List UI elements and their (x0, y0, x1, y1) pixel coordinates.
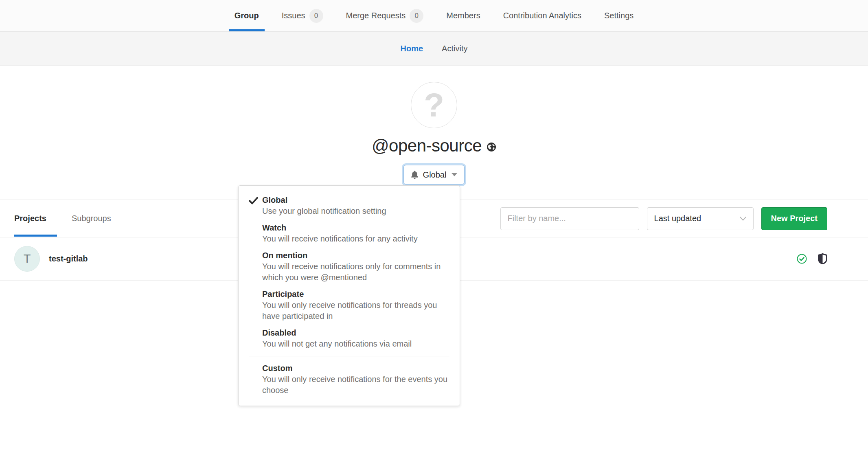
menu-item-disabled-desc: You will not get any notifications via e… (262, 338, 449, 349)
menu-item-on-mention[interactable]: On mention You will receive notification… (239, 247, 460, 286)
check-icon (249, 197, 258, 204)
menu-item-watch[interactable]: Watch You will receive notifications for… (239, 220, 460, 247)
menu-item-on-mention-label: On mention (262, 250, 449, 261)
group-tab-bar-inner: Group Issues 0 Merge Requests 0 Members … (0, 0, 868, 31)
project-name-link[interactable]: test-gitlab (49, 254, 88, 263)
projects-subgroups-tabs: Projects Subgroups (14, 200, 136, 237)
merge-requests-count-badge: 0 (410, 9, 423, 23)
toolbar-controls: Last updated New Project (500, 207, 827, 230)
menu-item-global[interactable]: Global Use your global notification sett… (239, 192, 460, 220)
group-home-panel: ? @open-source Global (0, 66, 868, 200)
new-project-button[interactable]: New Project (761, 207, 827, 230)
menu-item-disabled[interactable]: Disabled You will not get any notificati… (239, 325, 460, 352)
notification-button-wrap: Global (0, 165, 868, 184)
sort-dropdown[interactable]: Last updated (647, 207, 754, 230)
menu-item-global-desc: Use your global notification setting (262, 206, 449, 217)
tab-members-label: Members (446, 11, 480, 20)
menu-item-on-mention-desc: You will receive notifications only for … (262, 261, 449, 283)
tab-issues-label: Issues (282, 11, 305, 20)
shield-half-icon (818, 253, 827, 264)
caret-down-icon (452, 173, 457, 176)
notification-dropdown-button[interactable]: Global (403, 165, 465, 184)
menu-item-participate-label: Participate (262, 289, 449, 300)
group-subnav: Home Activity (0, 32, 868, 66)
group-title-text: @open-source (372, 136, 482, 156)
subnav-home[interactable]: Home (391, 44, 433, 53)
check-circle-icon (797, 254, 807, 264)
menu-item-participate[interactable]: Participate You will only receive notifi… (239, 286, 460, 325)
menu-item-custom-desc: You will only receive notifications for … (262, 374, 449, 396)
chevron-down-icon (740, 217, 746, 221)
notification-dropdown-menu: Global Use your global notification sett… (238, 185, 460, 406)
menu-item-disabled-label: Disabled (262, 327, 449, 338)
sort-dropdown-value: Last updated (654, 214, 701, 223)
group-tab-bar: Group Issues 0 Merge Requests 0 Members … (0, 0, 868, 32)
project-row-icons (797, 253, 827, 264)
filter-by-name-input[interactable] (500, 207, 639, 230)
tab-subgroups[interactable]: Subgroups (72, 200, 111, 237)
menu-divider (249, 356, 449, 356)
menu-item-participate-desc: You will only receive notifications for … (262, 300, 449, 322)
tab-issues[interactable]: Issues 0 (270, 0, 335, 31)
tab-projects[interactable]: Projects (14, 200, 46, 237)
page-title: @open-source (0, 136, 868, 156)
subnav-activity[interactable]: Activity (432, 44, 477, 53)
tab-group[interactable]: Group (223, 0, 270, 31)
tab-merge-requests-label: Merge Requests (346, 11, 406, 20)
menu-item-watch-desc: You will receive notifications for any a… (262, 233, 449, 244)
tab-settings-label: Settings (604, 11, 633, 20)
tab-settings[interactable]: Settings (593, 0, 645, 31)
issues-count-badge: 0 (309, 9, 323, 23)
menu-item-custom[interactable]: Custom You will only receive notificatio… (239, 360, 460, 399)
menu-item-global-label: Global (262, 195, 449, 206)
tab-merge-requests[interactable]: Merge Requests 0 (335, 0, 435, 31)
menu-item-watch-label: Watch (262, 222, 449, 233)
tab-members[interactable]: Members (435, 0, 491, 31)
tab-contribution-analytics[interactable]: Contribution Analytics (492, 0, 593, 31)
project-avatar-letter: T (24, 252, 31, 266)
tab-contribution-analytics-label: Contribution Analytics (503, 11, 581, 20)
menu-item-custom-label: Custom (262, 363, 449, 374)
group-avatar: ? (411, 82, 457, 128)
project-avatar: T (14, 246, 40, 272)
bell-icon (411, 171, 419, 179)
earth-public-icon (487, 142, 496, 152)
notification-button-label: Global (423, 170, 447, 180)
tab-group-label: Group (235, 11, 259, 20)
group-avatar-glyph: ? (424, 88, 444, 122)
